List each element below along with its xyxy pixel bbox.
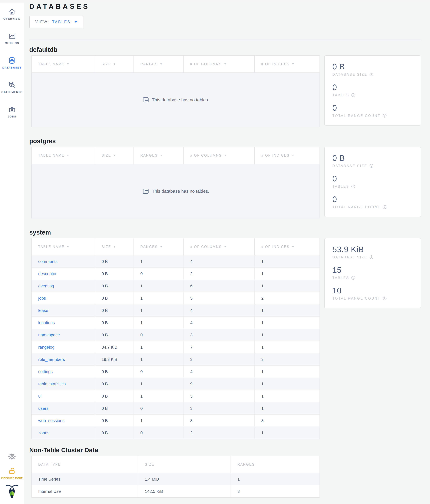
column-header-label: RANGES xyxy=(140,154,158,157)
stat-range-count-value: 10 xyxy=(332,286,413,296)
sort-caret-icon: ▼ xyxy=(113,154,116,157)
cell-num-indices: 1 xyxy=(255,378,320,390)
empty-table-icon xyxy=(142,96,149,103)
column-header-num-columns[interactable]: # OF COLUMNS▼ xyxy=(184,56,255,72)
view-dropdown[interactable]: VIEW: TABLES xyxy=(29,16,83,28)
table-row: users 0 B 0 3 1 xyxy=(32,402,320,414)
table-link[interactable]: settings xyxy=(38,369,53,374)
column-header-label: SIZE xyxy=(101,245,111,249)
column-header-table-name[interactable]: TABLE NAME▼ xyxy=(32,238,95,255)
info-icon[interactable] xyxy=(369,255,374,259)
tables-table: TABLE NAME▼ SIZE▼ RANGES▼ # OF COLUMNS▼ … xyxy=(31,238,320,439)
cell-num-columns: 7 xyxy=(184,341,255,353)
column-header-ranges[interactable]: RANGES▼ xyxy=(134,238,184,255)
table-link[interactable]: eventlog xyxy=(38,284,54,288)
table-link[interactable]: rangelog xyxy=(38,345,54,350)
sidebar-item-metrics[interactable]: METRICS xyxy=(0,32,24,56)
table-row: jobs 0 B 1 5 2 xyxy=(32,292,320,304)
cell-ranges: 1 xyxy=(134,378,184,390)
cell-ranges: 0 xyxy=(134,402,184,414)
cell-num-indices: 1 xyxy=(255,402,320,414)
sidebar-item-databases[interactable]: DATABASES xyxy=(0,56,24,81)
cell-size: 0 B xyxy=(95,268,134,280)
database-stats-card: 0 B DATABASE SIZE 0 TABLES 0 TOTAL RANGE xyxy=(324,55,421,126)
column-header-label: # OF INDICES xyxy=(261,154,289,157)
sidebar-item-statements[interactable]: STATEMENTS xyxy=(0,81,24,105)
info-icon[interactable] xyxy=(369,164,374,168)
column-header-size: SIZE xyxy=(138,456,231,473)
database-section-system: system TABLE NAME▼ SIZE▼ RANGES▼ # OF CO… xyxy=(29,229,421,439)
cell-data-type: Time Series xyxy=(32,473,138,485)
cell-size: 0 B xyxy=(95,366,134,378)
table-link[interactable]: locations xyxy=(38,320,55,325)
info-icon[interactable] xyxy=(383,205,387,209)
info-icon[interactable] xyxy=(351,184,356,189)
cell-size: 0 B xyxy=(95,402,134,414)
column-header-num-columns[interactable]: # OF COLUMNS▼ xyxy=(184,238,255,255)
column-header-size[interactable]: SIZE▼ xyxy=(95,147,134,164)
sidebar-item-overview[interactable]: OVERVIEW xyxy=(0,7,24,32)
cell-size: 0 B xyxy=(95,378,134,390)
empty-state-message: This database has no tables. xyxy=(152,189,209,194)
insecure-mode-indicator[interactable]: INSECURE MODE xyxy=(1,467,23,480)
info-icon[interactable] xyxy=(351,93,356,97)
stat-tables-label: TABLES xyxy=(332,185,349,188)
column-header-num-columns[interactable]: # OF COLUMNS▼ xyxy=(184,147,255,164)
table-row: descriptor 0 B 0 2 1 xyxy=(32,267,320,280)
info-icon[interactable] xyxy=(369,72,374,77)
column-header-size[interactable]: SIZE▼ xyxy=(95,238,134,255)
cell-size: 0 B xyxy=(95,329,134,341)
sidebar-item-label: METRICS xyxy=(5,42,19,45)
table-link[interactable]: table_statistics xyxy=(38,381,66,386)
stat-range-count-label: TOTAL RANGE COUNT xyxy=(332,205,380,209)
stat-range-count-value: 0 xyxy=(332,195,413,204)
table-link[interactable]: jobs xyxy=(38,296,46,300)
column-header-ranges[interactable]: RANGES▼ xyxy=(134,56,184,72)
empty-state: This database has no tables. xyxy=(32,72,320,127)
column-header-ranges[interactable]: RANGES▼ xyxy=(134,147,184,164)
table-link[interactable]: web_sessions xyxy=(38,418,64,423)
column-header-table-name[interactable]: TABLE NAME▼ xyxy=(32,147,95,164)
column-header-num-indices[interactable]: # OF INDICES▼ xyxy=(255,147,320,164)
table-link[interactable]: ui xyxy=(38,394,42,398)
cell-num-columns: 2 xyxy=(184,427,255,439)
home-icon xyxy=(8,7,16,16)
table-link[interactable]: namespace xyxy=(38,333,60,337)
sort-caret-icon: ▼ xyxy=(67,245,70,248)
sidebar-bottom: INSECURE MODE xyxy=(0,452,24,500)
column-header-label: RANGES xyxy=(140,62,158,66)
column-header-label: RANGES xyxy=(237,463,255,466)
stat-range-count-value: 0 xyxy=(332,103,413,113)
table-row: locations 0 B 1 4 1 xyxy=(32,316,320,329)
tables-table: TABLE NAME▼ SIZE▼ RANGES▼ # OF COLUMNS▼ … xyxy=(31,147,320,218)
table-link[interactable]: comments xyxy=(38,259,57,264)
sort-caret-icon: ▼ xyxy=(224,63,227,65)
column-header-label: SIZE xyxy=(145,463,154,466)
cell-num-indices: 1 xyxy=(255,304,320,316)
databases-icon xyxy=(8,56,16,65)
column-header-size[interactable]: SIZE▼ xyxy=(95,56,134,72)
table-link[interactable]: users xyxy=(38,406,48,411)
cell-num-indices: 1 xyxy=(255,341,320,353)
table-link[interactable]: lease xyxy=(38,308,48,313)
cell-size: 0 B xyxy=(95,304,134,316)
table-link[interactable]: role_members xyxy=(38,357,65,362)
info-icon[interactable] xyxy=(383,114,387,118)
column-header-table-name[interactable]: TABLE NAME▼ xyxy=(32,56,95,72)
cell-ranges: 1 xyxy=(134,353,184,365)
non-table-cluster-data-section: Non-Table Cluster Data DATA TYPE SIZE RA… xyxy=(29,446,421,498)
cell-ranges: 1 xyxy=(134,304,184,316)
statements-icon xyxy=(8,81,16,89)
view-dropdown-value: TABLES xyxy=(52,20,71,24)
gear-icon[interactable] xyxy=(8,452,17,462)
column-header-num-indices[interactable]: # OF INDICES▼ xyxy=(255,56,320,72)
main-content: DATABASES VIEW: TABLES defaultdb TABLE N… xyxy=(24,2,430,498)
column-header-num-indices[interactable]: # OF INDICES▼ xyxy=(255,238,320,255)
sidebar-item-jobs[interactable]: JOBS xyxy=(0,105,24,130)
info-icon[interactable] xyxy=(351,276,356,280)
table-link[interactable]: descriptor xyxy=(38,271,57,276)
table-row: role_members 19.3 KiB 1 3 3 xyxy=(32,353,320,365)
insecure-mode-label: INSECURE MODE xyxy=(1,477,23,480)
info-icon[interactable] xyxy=(383,296,387,300)
table-link[interactable]: zones xyxy=(38,430,49,435)
